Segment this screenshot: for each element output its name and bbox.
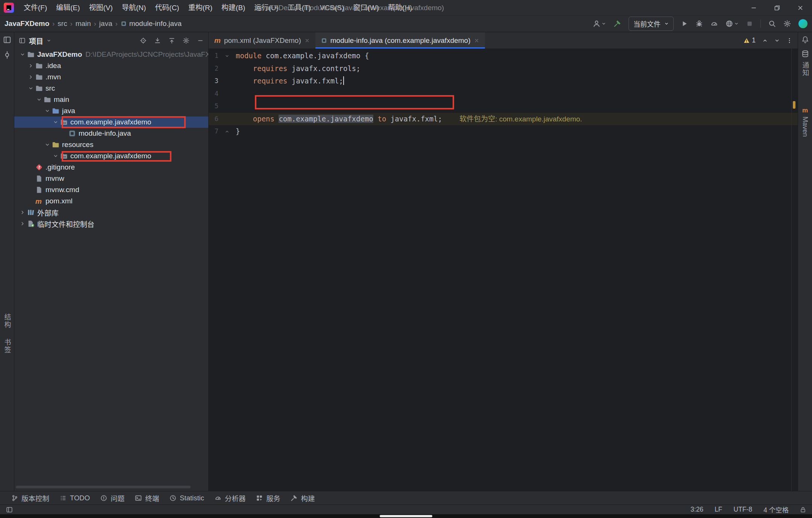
os-taskbar-edge [0,514,812,518]
bookmarks-tool-button[interactable]: 书签 [2,339,12,354]
tree-item-main[interactable]: main [14,94,208,105]
stop-button[interactable] [746,20,753,27]
run-configuration-select[interactable]: 当前文件 [629,17,674,31]
chevron-down-icon[interactable] [26,86,35,91]
gauge-icon [215,495,221,501]
project-tool-icon[interactable] [3,36,11,44]
menu-file[interactable]: 文件(F) [19,0,52,16]
fold-end-marker-icon[interactable] [218,125,236,138]
expand-all-icon[interactable] [154,37,161,44]
project-panel-header: 项目 [14,32,208,49]
statistic-tool-button[interactable]: Statistic [164,494,209,502]
tab-pom-xml[interactable]: m pom.xml (JavaFXDemo) [209,32,315,48]
minimize-button[interactable] [742,0,765,15]
tree-item-java[interactable]: java [14,105,208,117]
menu-edit[interactable]: 编辑(E) [52,0,84,16]
chevron-right-icon[interactable] [18,210,27,215]
settings-gear-icon[interactable] [783,20,791,27]
readonly-lock-icon[interactable] [800,507,806,513]
notifications-bell-icon[interactable] [801,36,809,43]
database-tool-icon[interactable] [801,50,809,58]
locate-file-icon[interactable] [140,37,147,44]
tree-item-project-root[interactable]: JavaFXDemo D:\IDEAProjects\JCNCProjects\… [14,49,208,60]
hide-panel-icon[interactable] [197,37,204,44]
panel-options-gear-icon[interactable] [183,37,189,44]
todo-tool-button[interactable]: TODO [55,494,95,502]
browser-run-dropdown-icon[interactable] [726,20,739,27]
project-panel-title[interactable]: 项目 [29,36,43,46]
profiler-button[interactable] [710,20,718,27]
title-bar: 文件(F) 编辑(E) 视图(V) 导航(N) 代码(C) 重构(R) 构建(B… [0,0,812,16]
layout-toggle-icon[interactable] [6,506,13,513]
user-dropdown-icon[interactable] [593,20,606,27]
fold-marker-icon[interactable] [218,50,236,62]
chevron-down-icon[interactable] [43,108,52,114]
tree-item-scratches[interactable]: 临时文件和控制台 [14,218,208,229]
indent-indicator[interactable]: 4 个空格 [764,505,789,514]
breadcrumb-project[interactable]: JavaFXDemo [5,20,49,28]
line-separator-indicator[interactable]: LF [715,506,722,513]
menu-refactor[interactable]: 重构(R) [184,0,217,16]
previous-problem-icon[interactable] [762,38,768,43]
chevron-down-icon[interactable] [51,120,60,125]
warning-indicator[interactable]: 1 [744,36,756,44]
restore-button[interactable] [765,0,789,15]
chevron-down-icon[interactable] [43,142,52,147]
breadcrumb-src[interactable]: src [58,20,67,28]
tree-item-mvnw[interactable]: mvnw [14,173,208,184]
chevron-down-icon[interactable] [35,97,44,102]
problems-tool-button[interactable]: 问题 [95,493,130,503]
menu-view[interactable]: 视图(V) [85,0,117,16]
search-everywhere-icon[interactable] [768,20,776,27]
services-tool-button[interactable]: 服务 [251,493,285,503]
chevron-down-icon[interactable] [18,52,27,57]
tree-item-mvn[interactable]: .mvn [14,71,208,83]
menu-navigate[interactable]: 导航(N) [117,0,150,16]
structure-tool-button[interactable]: 结构 [2,314,12,329]
tree-item-pom-xml[interactable]: m pom.xml [14,195,208,207]
tree-item-resources[interactable]: resources [14,139,208,150]
tree-item-external-libraries[interactable]: 外部库 [14,207,208,218]
chevron-down-icon[interactable] [51,153,60,159]
chevron-right-icon[interactable] [26,74,35,80]
run-button[interactable] [681,20,688,27]
profiler-tool-button[interactable]: 分析器 [209,493,251,503]
tab-module-info[interactable]: module-info.java (com.example.javafxdemo… [315,32,485,48]
debug-button[interactable] [695,20,703,27]
chevron-right-icon[interactable] [26,63,35,68]
menu-code[interactable]: 代码(C) [150,0,183,16]
next-problem-icon[interactable] [774,38,780,43]
tree-item-mvnw-cmd[interactable]: mvnw.cmd [14,184,208,195]
terminal-tool-button[interactable]: 终端 [130,493,164,503]
close-button[interactable] [789,0,812,15]
close-tab-icon[interactable] [304,38,310,43]
notifications-tool-button[interactable]: 通知 [800,62,810,77]
tree-item-gitignore[interactable]: .gitignore [14,162,208,173]
code-editor[interactable]: 1 module com.example.javafxdemo { 2 requ… [209,48,798,491]
encoding-indicator[interactable]: UTF-8 [733,506,752,513]
collapse-all-icon[interactable] [168,37,175,44]
chevron-down-icon[interactable] [47,38,51,43]
version-control-tool-button[interactable]: 版本控制 [6,493,55,503]
caret-position[interactable]: 3:26 [691,506,703,513]
more-options-icon[interactable] [786,38,792,44]
line-number: 6 [209,113,218,126]
breadcrumb-main[interactable]: main [76,20,91,28]
error-stripe-warning-mark[interactable] [793,101,795,109]
avatar-status-icon[interactable] [798,19,807,28]
build-tool-button[interactable]: 构建 [285,493,320,503]
line-number: 4 [209,88,218,100]
commit-tool-icon[interactable] [3,51,11,59]
close-tab-icon[interactable] [474,38,479,43]
chevron-right-icon[interactable] [18,221,27,226]
tree-item-src[interactable]: src [14,83,208,94]
tree-item-idea[interactable]: .idea [14,60,208,71]
menu-build[interactable]: 构建(B) [217,0,250,16]
breadcrumb-current-file[interactable]: module-info.java [121,20,182,28]
build-hammer-icon[interactable] [614,20,621,27]
tree-item-module-info[interactable]: module-info.java [14,128,208,139]
breadcrumb-java[interactable]: java [99,20,112,28]
warning-count: 1 [752,36,756,44]
horizontal-scrollbar[interactable] [16,486,191,488]
maven-tool-button[interactable]: m Maven [801,107,809,137]
